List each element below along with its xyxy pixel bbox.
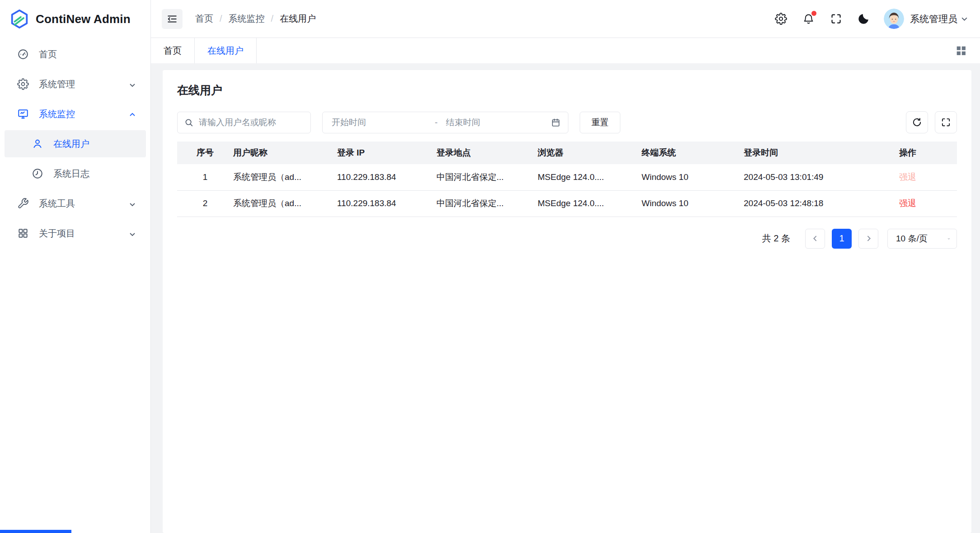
prev-page-button[interactable]	[805, 229, 825, 249]
notifications-button[interactable]	[802, 12, 815, 26]
sidebar-item-system-tools[interactable]: 系统工具	[5, 190, 146, 217]
refresh-icon	[912, 117, 922, 127]
tab-online-users[interactable]: 在线用户	[195, 38, 257, 63]
cell-browser: MSEdge 124.0....	[538, 164, 642, 190]
dark-mode-button[interactable]	[857, 12, 870, 26]
tabbar-right	[955, 38, 980, 63]
moon-icon	[857, 12, 870, 25]
sidebar-item-home[interactable]: 首页	[5, 41, 146, 68]
col-header-index: 序号	[177, 142, 233, 164]
kick-user-button[interactable]: 强退	[899, 172, 916, 182]
next-page-button[interactable]	[858, 229, 878, 249]
chevron-left-icon	[811, 235, 819, 242]
search-input[interactable]	[177, 112, 311, 133]
sidebar-item-label: 首页	[39, 48, 57, 61]
search-field[interactable]	[199, 118, 304, 127]
notification-badge	[811, 11, 816, 16]
tab-actions-grid-icon[interactable]	[955, 44, 967, 57]
logo-icon	[9, 9, 30, 29]
chevron-down-icon	[129, 80, 136, 88]
fullscreen-button[interactable]	[829, 12, 843, 26]
breadcrumb: 首页 / 系统监控 / 在线用户	[195, 13, 316, 25]
chevron-up-icon	[129, 110, 136, 118]
monitor-icon	[17, 108, 29, 120]
cell-ip: 110.229.183.84	[337, 190, 436, 217]
cell-location: 中国河北省保定...	[436, 164, 538, 190]
page-size-select[interactable]: 10 条/页	[887, 229, 957, 249]
page-number-button[interactable]: 1	[832, 229, 852, 249]
grid-icon	[17, 227, 29, 239]
chevron-down-icon	[129, 200, 136, 207]
sidebar-menu: 首页 系统管理	[0, 38, 150, 533]
online-users-card: 在线用户 -	[163, 70, 971, 533]
tab-home[interactable]: 首页	[151, 38, 195, 63]
date-range-separator: -	[433, 118, 445, 127]
table-header-row: 序号 用户昵称 登录 IP 登录地点 浏览器 终端系统 登录时间 操作	[177, 142, 957, 164]
page-title: 在线用户	[177, 83, 957, 98]
clock-icon	[32, 168, 43, 179]
chevron-down-icon	[943, 235, 950, 242]
sidebar-collapse-button[interactable]	[162, 9, 183, 29]
gear-icon	[17, 78, 29, 90]
sidebar-item-label: 系统管理	[39, 78, 75, 90]
cell-browser: MSEdge 124.0....	[538, 190, 642, 217]
cell-index: 1	[177, 164, 233, 190]
sidebar-item-system-management[interactable]: 系统管理	[5, 71, 146, 98]
cell-ip: 110.229.183.84	[337, 164, 436, 190]
col-header-ip: 登录 IP	[337, 142, 436, 164]
sidebar-item-label: 系统工具	[39, 198, 75, 210]
tab-label: 首页	[164, 45, 182, 57]
breadcrumb-item-home[interactable]: 首页	[195, 13, 213, 25]
topbar: 首页 / 系统监控 / 在线用户	[151, 0, 980, 38]
date-range-picker[interactable]: -	[322, 112, 568, 133]
user-icon	[32, 138, 43, 150]
reset-button[interactable]: 重置	[580, 112, 620, 133]
start-time-field[interactable]	[332, 118, 433, 127]
table-row: 2 系统管理员（ad... 110.229.183.84 中国河北省保定... …	[177, 190, 957, 217]
app-title: ContiNew Admin	[36, 12, 131, 26]
col-header-os: 终端系统	[642, 142, 744, 164]
topbar-actions: 系统管理员	[760, 9, 968, 29]
bottom-progress-strip	[0, 530, 71, 533]
refresh-button[interactable]	[906, 111, 928, 133]
expand-table-button[interactable]	[935, 111, 957, 133]
sidebar-item-online-users[interactable]: 在线用户	[5, 130, 146, 157]
sidebar-item-system-monitor[interactable]: 系统监控	[5, 100, 146, 127]
cell-location: 中国河北省保定...	[436, 190, 538, 217]
col-header-login-time: 登录时间	[744, 142, 899, 164]
cell-os: Windows 10	[642, 164, 744, 190]
chevron-right-icon	[865, 235, 872, 242]
sidebar-item-label: 关于项目	[39, 227, 75, 240]
chevron-down-icon[interactable]	[961, 15, 968, 23]
sidebar-item-label: 系统日志	[53, 168, 89, 180]
settings-button[interactable]	[774, 12, 788, 26]
online-users-table: 序号 用户昵称 登录 IP 登录地点 浏览器 终端系统 登录时间 操作 1	[177, 142, 957, 217]
fullscreen-icon	[830, 13, 842, 25]
page-size-value: 10 条/页	[896, 233, 928, 245]
kick-user-button[interactable]: 强退	[899, 198, 916, 208]
chevron-down-icon	[129, 230, 136, 237]
col-header-actions: 操作	[899, 142, 957, 164]
sidebar-item-about-project[interactable]: 关于项目	[5, 220, 146, 247]
app-root: ContiNew Admin 首页 系统管理	[0, 0, 980, 533]
breadcrumb-item-system-monitor[interactable]: 系统监控	[229, 13, 265, 25]
breadcrumb-separator: /	[220, 14, 222, 24]
avatar[interactable]	[884, 9, 904, 29]
pagination-total: 共 2 条	[762, 232, 790, 245]
sidebar-item-system-log[interactable]: 系统日志	[5, 160, 146, 187]
col-header-browser: 浏览器	[538, 142, 642, 164]
cell-index: 2	[177, 190, 233, 217]
search-icon	[184, 118, 194, 127]
filter-bar: - 重置	[177, 111, 957, 133]
sidebar-item-label: 系统监控	[39, 108, 75, 120]
cell-nickname: 系统管理员（ad...	[233, 164, 337, 190]
wrench-icon	[17, 198, 29, 209]
calendar-icon	[551, 118, 561, 127]
content-area: 在线用户 -	[151, 63, 980, 533]
current-user-name[interactable]: 系统管理员	[910, 13, 957, 25]
cell-nickname: 系统管理员（ad...	[233, 190, 337, 217]
app-logo[interactable]: ContiNew Admin	[0, 0, 150, 38]
sidebar-item-label: 在线用户	[53, 138, 89, 150]
tab-label: 在线用户	[207, 45, 244, 57]
end-time-field[interactable]	[446, 118, 547, 127]
